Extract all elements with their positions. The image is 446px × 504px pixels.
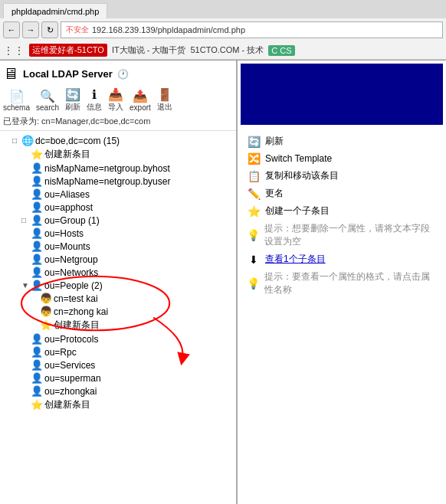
superman-icon: 👤 (31, 372, 43, 384)
tree-item-ou-people[interactable]: ▼ 👤 ou=People (2) (3, 279, 233, 292)
nis-byhost-label: nisMapName=netgroup.byhost (44, 163, 170, 174)
people-icon: 👤 (31, 280, 43, 291)
context-switch-template[interactable]: 🔀 Switch Template (244, 150, 440, 167)
switch-template-icon: 🔀 (247, 152, 261, 165)
tree-item-ou-aliases[interactable]: 👤 ou=Aliases (3, 188, 233, 201)
active-tab[interactable]: phpldapadmin/cmd.php (3, 3, 107, 18)
schema-label: schema (3, 103, 30, 112)
bookmark-1-label: 运维爱好者-51CTO (32, 44, 104, 56)
tree-item-ou-rpc[interactable]: 👤 ou=Rpc (3, 345, 233, 358)
toolbar-schema[interactable]: 📄 schema (3, 89, 30, 112)
exp: □ (21, 216, 29, 224)
address-bar[interactable]: 不安全 192.168.239.139/phpldapadmin/cmd.php (61, 21, 443, 38)
tree-item-ou-superman[interactable]: 👤 ou=superman (3, 371, 233, 385)
clock-icon: 🕐 (117, 69, 129, 80)
server-title-row: 🖥 Local LDAP Server 🕐 (3, 65, 233, 83)
reload-button[interactable]: ↻ (41, 21, 58, 38)
tree-item-dc-boe[interactable]: □ 🌐 dc=boe,dc=com (15) (3, 134, 233, 147)
refresh-label: 刷新 (265, 135, 284, 148)
export-label: export (130, 103, 151, 112)
protocols-label: ou=Protocols (44, 334, 98, 345)
tree-item-nis-byuser[interactable]: 👤 nisMapName=netgroup.byuser (3, 175, 233, 188)
tree-item-ou-netgroup[interactable]: 👤 ou=Netgroup (3, 253, 233, 266)
refresh-icon: 🔄 (247, 136, 261, 148)
browser-tabs: phpldapadmin/cmd.php (0, 0, 446, 18)
tree-item-cn-test-kai[interactable]: 👦 cn=test kai (3, 292, 233, 305)
tree-item-ou-hosts[interactable]: 👤 ou=Hosts (3, 227, 233, 240)
netgroup-label: ou=Netgroup (44, 254, 98, 265)
search-icon: 🔍 (40, 89, 55, 103)
toolbar-info[interactable]: ℹ 信息 (87, 87, 102, 113)
group-icon: 👤 (31, 214, 43, 226)
context-copy-move[interactable]: 📋 复制和移动该条目 (244, 167, 440, 185)
create-1-label: 创建新条目 (44, 148, 90, 161)
mounts-icon: 👤 (31, 241, 43, 252)
rpc-icon: 👤 (31, 346, 43, 358)
blue-banner (241, 64, 443, 125)
apps-icon[interactable]: ⋮⋮ (3, 44, 25, 57)
toolbar-export[interactable]: 📤 export (130, 89, 151, 112)
context-refresh[interactable]: 🔄 刷新 (244, 133, 440, 150)
nis-byuser-label: nisMapName=netgroup.byuser (44, 176, 170, 187)
switch-template-label: Switch Template (265, 153, 332, 164)
tree-item-ou-group[interactable]: □ 👤 ou=Group (1) (3, 214, 233, 227)
context-view-children[interactable]: ⬇ 查看1个子条目 (244, 250, 440, 268)
create-child-icon: ⭐ (247, 205, 261, 218)
toolbar-logout[interactable]: 🚪 退出 (157, 87, 172, 113)
bookmark-2[interactable]: IT大咖说 - 大咖干货 (112, 44, 186, 56)
context-create-child[interactable]: ⭐ 创建一个子条目 (244, 202, 440, 220)
tree-item-nis-byhost[interactable]: 👤 nisMapName=netgroup.byhost (3, 162, 233, 175)
server-title: Local LDAP Server (23, 68, 113, 80)
bookmark-3[interactable]: 51CTO.COM - 技术 (190, 44, 264, 56)
rename-label: 更名 (265, 187, 284, 200)
test-kai-icon: 👦 (40, 293, 52, 304)
hosts-label: ou=Hosts (44, 228, 84, 239)
toolbar-refresh[interactable]: 🔄 刷新 (65, 87, 80, 113)
bookmark-2-label: IT大咖说 - 大咖干货 (112, 44, 186, 56)
tree-item-create-bottom[interactable]: ⭐ 创建新条目 (3, 398, 233, 412)
bookmarks-bar: ⋮⋮ 运维爱好者-51CTO IT大咖说 - 大咖干货 51CTO.COM - … (0, 41, 446, 60)
netgroup-icon: 👤 (31, 254, 43, 265)
tree-item-ou-mounts[interactable]: 👤 ou=Mounts (3, 240, 233, 253)
tree-item-ou-protocols[interactable]: 👤 ou=Protocols (3, 332, 233, 345)
context-menu: 🔄 刷新 🔀 Switch Template 📋 复制和移动该条目 ✏️ 更名 … (238, 128, 446, 303)
tree-item-ou-zhongkai[interactable]: 👤 ou=zhongkai (3, 385, 233, 398)
bookmark-4[interactable]: C CS (268, 45, 294, 56)
logout-icon: 🚪 (157, 87, 172, 102)
main-content: 🖥 Local LDAP Server 🕐 📄 schema 🔍 search … (0, 60, 446, 504)
create-bottom-label: 创建新条目 (44, 398, 90, 411)
insecure-badge: 不安全 (66, 25, 89, 35)
schema-icon: 📄 (9, 89, 25, 103)
left-panel: 🖥 Local LDAP Server 🕐 📄 schema 🔍 search … (0, 61, 238, 504)
services-icon: 👤 (31, 359, 43, 371)
dc-label: dc=boe,dc=com (15) (35, 136, 120, 146)
tree-item-ou-networks[interactable]: 👤 ou=Networks (3, 266, 233, 279)
tree-area: □ 🌐 dc=boe,dc=com (15) ⭐ 创建新条目 👤 nisMapN… (0, 131, 236, 504)
browser-chrome: phpldapadmin/cmd.php ← → ↻ 不安全 192.168.2… (0, 0, 446, 60)
context-note-2: 💡 提示：要查看一个属性的格式，请点击属性名称 (244, 268, 440, 299)
tree-item-ou-services[interactable]: 👤 ou=Services (3, 358, 233, 371)
context-rename[interactable]: ✏️ 更名 (244, 185, 440, 202)
import-icon: 📥 (108, 87, 123, 102)
toolbar-import[interactable]: 📥 导入 (108, 87, 123, 113)
mounts-label: ou=Mounts (44, 241, 90, 252)
toolbar-search[interactable]: 🔍 search (36, 89, 59, 112)
info-icon: ℹ (92, 87, 97, 102)
networks-label: ou=Networks (44, 267, 98, 278)
tree-item-ou-apphost[interactable]: 👤 ou=apphost (3, 201, 233, 214)
info-label: 信息 (87, 102, 102, 113)
address-text: 192.168.239.139/phpldapadmin/cmd.php (92, 25, 245, 34)
zhong-kai-icon: 👦 (40, 306, 52, 317)
protocols-icon: 👤 (31, 333, 43, 345)
back-button[interactable]: ← (3, 21, 20, 38)
forward-button[interactable]: → (22, 21, 39, 38)
create-people-label: 创建新条目 (54, 319, 100, 332)
tree-item-cn-zhong-kai[interactable]: 👦 cn=zhong kai (3, 305, 233, 318)
search-label: search (36, 103, 59, 112)
services-label: ou=Services (44, 360, 95, 371)
bookmark-1[interactable]: 运维爱好者-51CTO (29, 44, 107, 57)
nis-byuser-icon: 👤 (31, 175, 43, 187)
copy-move-label: 复制和移动该条目 (265, 169, 339, 182)
tree-item-create-1[interactable]: ⭐ 创建新条目 (3, 147, 233, 162)
tree-item-create-people[interactable]: ⭐ 创建新条目 (3, 318, 233, 332)
